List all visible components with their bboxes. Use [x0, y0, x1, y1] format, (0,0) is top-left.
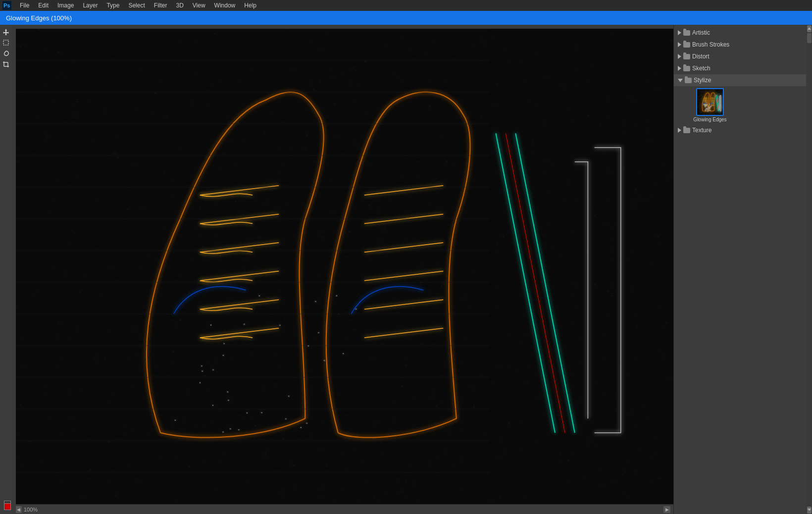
- folder-artistic: [683, 30, 690, 36]
- canvas-container: [16, 29, 673, 504]
- triangle-brush: [678, 42, 681, 47]
- menu-select[interactable]: Select: [124, 1, 149, 10]
- main-layout: ◀ 100% ▶ Artist: [0, 25, 812, 514]
- folder-brush: [683, 42, 690, 48]
- category-stylize[interactable]: Stylize: [674, 74, 806, 86]
- menu-3d[interactable]: 3D: [172, 1, 187, 10]
- ruler-left: [12, 25, 16, 514]
- zoom-display: 100%: [24, 507, 38, 513]
- svg-marker-2: [3, 29, 9, 35]
- ps-logo: Ps: [2, 0, 12, 10]
- menu-type[interactable]: Type: [102, 1, 123, 10]
- right-panel: Artistic Brush Strokes Distort: [673, 25, 812, 514]
- canvas-nav: ◀ 100% ▶: [12, 504, 673, 514]
- folder-stylize: [685, 78, 692, 83]
- label-artistic: Artistic: [692, 29, 710, 36]
- menu-filter[interactable]: Filter: [150, 1, 171, 10]
- menu-window[interactable]: Window: [210, 1, 240, 10]
- nav-right-arrow[interactable]: ▶: [663, 506, 670, 513]
- label-stylize: Stylize: [694, 77, 711, 84]
- tool-select-rect[interactable]: [1, 38, 11, 48]
- panel-scrollbar: [807, 25, 812, 514]
- category-brush-strokes[interactable]: Brush Strokes: [674, 39, 806, 51]
- triangle-distort: [678, 54, 681, 59]
- triangle-sketch: [678, 66, 681, 71]
- category-distort[interactable]: Distort: [674, 51, 806, 62]
- background-color[interactable]: [4, 503, 11, 510]
- scroll-up-arrow[interactable]: [807, 25, 812, 32]
- triangle-texture: [678, 128, 681, 133]
- tool-lasso[interactable]: [1, 49, 11, 58]
- menu-layer[interactable]: Layer: [79, 1, 102, 10]
- filter-glowing-edges-container: Glowing Edges: [693, 88, 727, 122]
- nav-left-arrow[interactable]: ◀: [15, 506, 22, 513]
- menu-image[interactable]: Image: [53, 1, 78, 10]
- document-title: Glowing Edges (100%): [6, 14, 72, 22]
- label-texture: Texture: [692, 127, 711, 134]
- category-sketch[interactable]: Sketch: [674, 62, 806, 74]
- category-texture[interactable]: Texture: [674, 124, 806, 136]
- category-artistic[interactable]: Artistic: [674, 27, 806, 39]
- svg-marker-8: [808, 27, 811, 30]
- filter-tree: Artistic Brush Strokes Distort: [674, 25, 812, 514]
- tool-crop[interactable]: [1, 59, 11, 69]
- left-toolbar: [0, 25, 12, 514]
- tool-move[interactable]: [1, 27, 11, 37]
- filter-glowing-edges-label: Glowing Edges: [693, 117, 726, 122]
- right-panel-wrapper: Artistic Brush Strokes Distort: [673, 25, 812, 514]
- stylize-content: Glowing Edges: [674, 86, 806, 124]
- main-canvas: [16, 29, 673, 504]
- folder-sketch: [683, 66, 690, 71]
- label-brush-strokes: Brush Strokes: [692, 41, 729, 48]
- filter-glowing-edges-thumb[interactable]: [696, 88, 724, 116]
- menu-edit[interactable]: Edit: [34, 1, 52, 10]
- scroll-thumb[interactable]: [807, 33, 812, 43]
- triangle-artistic: [678, 30, 681, 35]
- color-swatches: [1, 499, 11, 510]
- menu-file[interactable]: File: [16, 1, 33, 10]
- folder-distort: [683, 54, 690, 59]
- canvas-area: ◀ 100% ▶: [12, 25, 673, 514]
- label-distort: Distort: [692, 53, 710, 60]
- menu-view[interactable]: View: [189, 1, 209, 10]
- svg-rect-3: [3, 40, 8, 45]
- menu-bar: Ps File Edit Image Layer Type Select Fil…: [0, 0, 812, 11]
- scroll-down-arrow[interactable]: [807, 507, 812, 514]
- title-bar: Glowing Edges (100%): [0, 11, 812, 25]
- triangle-stylize: [678, 79, 683, 82]
- label-sketch: Sketch: [692, 65, 710, 72]
- svg-marker-9: [808, 509, 811, 511]
- folder-texture: [683, 128, 690, 133]
- svg-text:Ps: Ps: [3, 2, 10, 8]
- ruler-top: [16, 25, 673, 29]
- menu-help[interactable]: Help: [240, 1, 260, 10]
